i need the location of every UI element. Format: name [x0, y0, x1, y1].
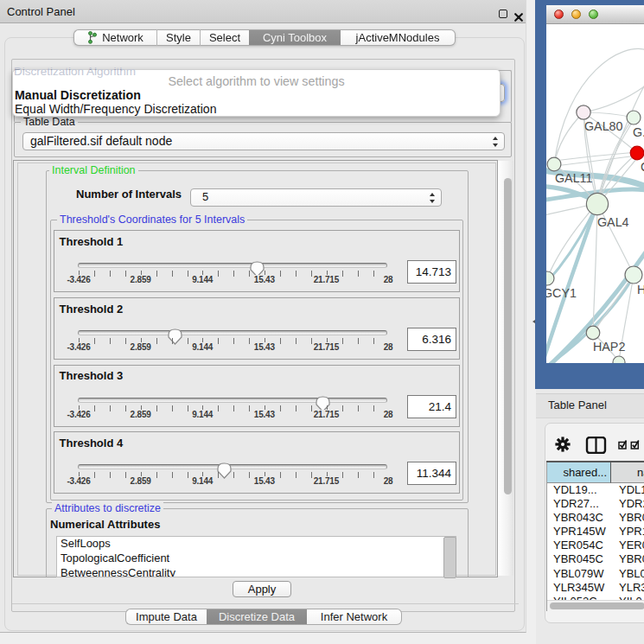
svg-text:G.: G. — [633, 125, 644, 139]
svg-text:GCY1: GCY1 — [546, 286, 577, 300]
svg-text:GAL80: GAL80 — [584, 119, 623, 133]
svg-text:GAL4: GAL4 — [597, 215, 629, 229]
svg-text:GAL11: GAL11 — [555, 171, 592, 185]
svg-text:H: H — [637, 283, 644, 296]
svg-text:C: C — [641, 160, 644, 174]
svg-text:HAP2: HAP2 — [593, 340, 625, 354]
